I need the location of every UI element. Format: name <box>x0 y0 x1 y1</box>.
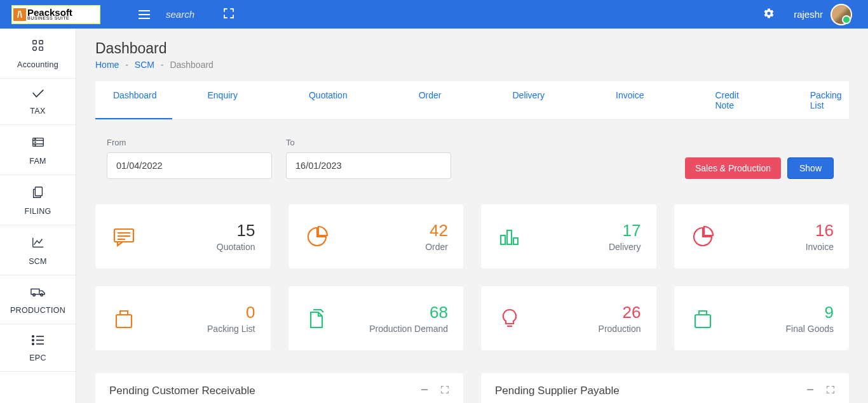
settings-icon[interactable] <box>763 8 775 22</box>
svg-point-19 <box>32 340 33 341</box>
sidebar-label: FAM <box>29 157 46 166</box>
svg-point-21 <box>32 343 33 345</box>
server-icon <box>31 135 45 152</box>
stat-label: Production Demand <box>369 324 448 334</box>
stat-card-invoice[interactable]: 16Invoice <box>674 204 850 268</box>
stat-card-quotation[interactable]: 15Quotation <box>95 204 271 268</box>
page-title: Dashboard <box>95 40 849 57</box>
stat-label: Production <box>599 324 641 334</box>
svg-point-12 <box>34 145 35 145</box>
stat-value: 0 <box>207 303 255 322</box>
svg-rect-4 <box>39 41 43 44</box>
svg-rect-6 <box>39 47 43 51</box>
svg-rect-29 <box>513 238 518 244</box>
svg-rect-28 <box>507 230 512 244</box>
list-icon <box>31 334 45 348</box>
stat-value: 9 <box>786 303 834 322</box>
svg-rect-27 <box>501 235 505 244</box>
panel-customer-receivable: Pending Customer Receivable <box>95 373 463 403</box>
collapse-icon[interactable] <box>420 385 429 397</box>
show-button[interactable]: Show <box>787 157 834 179</box>
svg-point-11 <box>34 142 35 142</box>
check-icon <box>31 89 45 102</box>
svg-rect-13 <box>35 187 42 196</box>
stat-card-production-demand[interactable]: 68Production Demand <box>288 286 464 350</box>
svg-rect-14 <box>31 289 39 294</box>
stat-value: 15 <box>217 221 255 241</box>
sidebar-label: Accounting <box>17 60 58 69</box>
stat-label: Delivery <box>609 242 641 252</box>
chat-icon <box>111 223 137 250</box>
filter-row: From To Sales & Production Show <box>95 120 849 188</box>
stat-value: 42 <box>425 221 448 241</box>
sidebar-item-tax[interactable]: TAX <box>0 79 76 125</box>
breadcrumb: Home - SCM - Dashboard <box>95 60 849 70</box>
tab-invoice[interactable]: Invoice <box>600 81 659 119</box>
sidebar: Accounting TAX FAM FILING SCM <box>0 29 76 403</box>
expand-panel-icon[interactable] <box>826 385 835 397</box>
stat-card-delivery[interactable]: 17Delivery <box>481 204 656 268</box>
sidebar-item-epc[interactable]: EPC <box>0 324 76 372</box>
stat-label: Invoice <box>806 242 834 252</box>
panel-title: Pending Customer Receivable <box>109 385 420 397</box>
sales-production-button[interactable]: Sales & Production <box>685 157 781 179</box>
to-date-input[interactable] <box>286 152 451 179</box>
panel-title: Pending Supplier Payable <box>495 385 806 397</box>
svg-rect-30 <box>116 315 132 327</box>
stat-label: Packing List <box>207 324 255 334</box>
logo-mark-icon: /\ <box>13 8 26 21</box>
tab-packing-list[interactable]: Packing List <box>795 81 857 119</box>
stats-row-1: 15Quotation42Order17Delivery16Invoice <box>95 204 849 268</box>
sidebar-label: FILING <box>24 207 51 216</box>
sidebar-item-filing[interactable]: FILING <box>0 175 76 225</box>
collapse-icon[interactable] <box>806 385 815 397</box>
stats-row-2: 0Packing List68Production Demand26Produc… <box>95 286 849 350</box>
breadcrumb-scm[interactable]: SCM <box>135 60 154 70</box>
stat-value: 68 <box>369 303 448 322</box>
stat-card-production[interactable]: 26Production <box>481 286 656 350</box>
svg-point-15 <box>32 294 35 296</box>
from-date-input[interactable] <box>107 152 272 179</box>
sidebar-item-fam[interactable]: FAM <box>0 125 76 175</box>
username-label[interactable]: rajeshr <box>794 9 823 20</box>
sidebar-item-accounting[interactable]: Accounting <box>0 29 76 79</box>
tabs: DashboardEnquiryQuotationOrderDeliveryIn… <box>95 81 849 120</box>
tab-credit-note[interactable]: Credit Note <box>700 81 754 119</box>
panel-supplier-payable: Pending Supplier Payable <box>481 373 849 403</box>
sidebar-label: PRODUCTION <box>10 306 65 315</box>
sidebar-label: TAX <box>30 107 45 116</box>
logo[interactable]: /\ Peacksoft BUSINESS SUITE <box>11 5 100 24</box>
stat-card-final-goods[interactable]: 9Final Goods <box>674 286 850 350</box>
tab-delivery[interactable]: Delivery <box>497 81 560 119</box>
svg-rect-3 <box>32 41 36 44</box>
svg-point-17 <box>32 336 33 337</box>
copy-icon <box>31 185 45 202</box>
stat-card-order[interactable]: 42Order <box>288 204 464 268</box>
sidebar-item-production[interactable]: PRODUCTION <box>0 275 76 324</box>
stat-card-packing-list[interactable]: 0Packing List <box>95 286 271 350</box>
breadcrumb-home[interactable]: Home <box>95 60 119 70</box>
top-header: /\ Peacksoft BUSINESS SUITE rajeshr <box>0 0 868 29</box>
user-avatar[interactable] <box>831 4 852 25</box>
from-label: From <box>107 138 272 147</box>
stat-label: Quotation <box>217 242 255 252</box>
svg-rect-32 <box>695 315 710 327</box>
svg-point-16 <box>40 294 43 296</box>
chart-line-icon <box>31 235 45 252</box>
tab-order[interactable]: Order <box>403 81 457 119</box>
fullscreen-icon[interactable] <box>223 8 234 22</box>
tab-enquiry[interactable]: Enquiry <box>193 81 253 119</box>
search-input[interactable] <box>166 9 217 20</box>
stat-value: 17 <box>609 221 641 241</box>
docs-icon <box>304 305 330 332</box>
menu-toggle-icon[interactable] <box>139 10 150 19</box>
expand-panel-icon[interactable] <box>440 385 449 397</box>
bulb-icon <box>496 305 523 332</box>
bag-icon <box>689 305 716 332</box>
tab-quotation[interactable]: Quotation <box>294 81 363 119</box>
tab-dashboard[interactable]: Dashboard <box>95 81 172 119</box>
stat-label: Order <box>425 242 448 252</box>
logo-text: Peacksoft BUSINESS SUITE <box>27 9 72 20</box>
sidebar-item-scm[interactable]: SCM <box>0 225 76 275</box>
bag-icon <box>111 305 137 332</box>
